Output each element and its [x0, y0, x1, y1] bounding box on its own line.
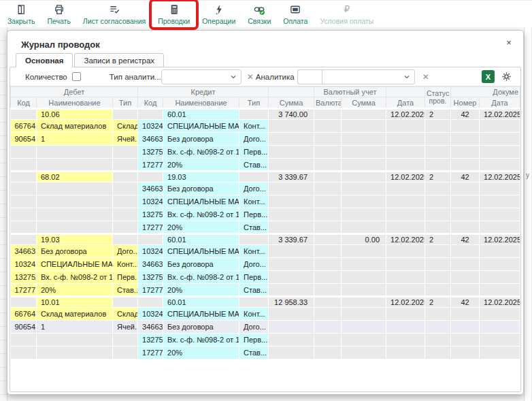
debit-code-cell[interactable]	[11, 234, 37, 245]
export-excel-button[interactable]: X	[482, 70, 495, 83]
payment-button[interactable]: Оплата	[277, 1, 314, 27]
amount-cell[interactable]: 12 958.33	[269, 297, 314, 308]
debit-name-cell[interactable]: Без договора	[37, 245, 113, 258]
credit-code-cell[interactable]	[138, 172, 163, 182]
credit-code-cell[interactable]: 103241	[138, 120, 163, 133]
amount-cell[interactable]	[269, 159, 314, 172]
currency-amount-cell[interactable]	[342, 208, 386, 221]
print-button[interactable]: Печать	[41, 1, 76, 27]
credit-type-cell[interactable]: Став...	[239, 347, 269, 359]
analytics-type-select[interactable]	[161, 69, 242, 84]
currency-amount-cell[interactable]	[342, 347, 386, 359]
currency-group-header[interactable]: Валютный учет	[314, 87, 386, 97]
debit-account-cell[interactable]: 10.06	[37, 109, 113, 120]
doc-number-cell[interactable]	[451, 334, 480, 347]
debit-type-header[interactable]: Тип	[113, 97, 138, 109]
credit-name-header[interactable]: Наименование	[163, 97, 239, 109]
currency-cell[interactable]	[314, 195, 342, 208]
credit-name-cell[interactable]: Без договора	[163, 182, 239, 195]
credit-type-cell[interactable]: Став...	[239, 284, 269, 297]
debit-name-cell[interactable]	[37, 159, 113, 172]
amount-cell[interactable]	[269, 271, 314, 284]
doc-number-cell[interactable]	[451, 258, 480, 271]
posting-analytics-row[interactable]: 1727720%Став...1727720%Став...	[11, 284, 520, 297]
debit-type-cell[interactable]	[113, 172, 138, 182]
currency-cell[interactable]	[314, 347, 342, 359]
debit-code-cell[interactable]	[11, 195, 37, 208]
credit-type-cell[interactable]	[239, 234, 269, 245]
doc-date-cell[interactable]	[480, 321, 520, 334]
currency-amount-cell[interactable]	[342, 334, 386, 347]
currency-cell[interactable]	[314, 182, 342, 195]
status-cell[interactable]	[425, 208, 451, 221]
credit-name-cell[interactable]: СПЕЦИАЛЬНЫЕ МАТ...	[163, 195, 239, 208]
currency-amount-cell[interactable]	[342, 297, 386, 308]
credit-type-cell[interactable]: Конт...	[239, 308, 269, 321]
doc-number-cell[interactable]	[451, 221, 480, 234]
analytics-select[interactable]	[322, 69, 415, 84]
credit-code-cell[interactable]: 17277	[138, 347, 163, 359]
doc-date-cell[interactable]: 12.02.2025	[480, 172, 520, 182]
debit-name-cell[interactable]: 1	[37, 321, 113, 334]
doc-date-cell[interactable]	[480, 120, 520, 133]
debit-name-cell[interactable]: Вх. с-ф. №098-2 от 12...	[37, 271, 113, 284]
status-cell[interactable]	[425, 133, 451, 146]
status-cell[interactable]: 2	[425, 234, 451, 245]
credit-type-cell[interactable]: Став...	[239, 159, 269, 172]
quantity-checkbox[interactable]	[72, 72, 81, 81]
amount-cell[interactable]	[269, 120, 314, 133]
date-cell[interactable]	[386, 284, 425, 297]
amount-cell[interactable]	[269, 258, 314, 271]
status-cell[interactable]: 2	[425, 172, 451, 182]
date-cell[interactable]	[386, 208, 425, 221]
debit-name-cell[interactable]	[37, 334, 113, 347]
debit-name-cell[interactable]	[37, 208, 113, 221]
credit-type-cell[interactable]	[239, 109, 269, 120]
currency-amount-cell[interactable]	[342, 120, 386, 133]
doc-date-cell[interactable]: 12.02.2025	[480, 109, 520, 120]
currency-cell[interactable]	[314, 334, 342, 347]
currency-amount-cell[interactable]	[342, 308, 386, 321]
status-cell[interactable]	[425, 284, 451, 297]
status-cell[interactable]	[425, 146, 451, 159]
credit-account-cell[interactable]: 60.01	[163, 109, 239, 120]
debit-code-cell[interactable]	[11, 109, 37, 120]
debit-name-cell[interactable]: СПЕЦИАЛЬНЫЕ МАТ...	[37, 258, 113, 271]
credit-type-cell[interactable]: Конт...	[239, 120, 269, 133]
date-cell[interactable]: 12.02.2025	[386, 172, 425, 182]
debit-type-cell[interactable]: Склад	[113, 308, 138, 321]
gear-icon[interactable]	[501, 71, 512, 82]
posting-analytics-row[interactable]: 132752Вх. с-ф. №098-2 от 12...Перв...	[11, 208, 520, 221]
status-cell[interactable]	[425, 221, 451, 234]
currency-amount-cell[interactable]	[342, 258, 386, 271]
debit-code-cell[interactable]: 90654	[11, 133, 37, 146]
date-header[interactable]: Дата	[386, 97, 425, 109]
credit-type-cell[interactable]: Дого...	[239, 258, 269, 271]
amount-cell[interactable]	[269, 308, 314, 321]
doc-date-cell[interactable]	[480, 182, 520, 195]
debit-code-cell[interactable]: 66764	[11, 308, 37, 321]
amount-cell[interactable]	[269, 182, 314, 195]
credit-code-cell[interactable]: 17277	[138, 284, 163, 297]
date-cell[interactable]	[386, 120, 425, 133]
tab-main[interactable]: Основная	[16, 53, 73, 67]
doc-date-cell[interactable]	[480, 271, 520, 284]
credit-type-cell[interactable]: Перв...	[239, 271, 269, 284]
doc-number-header[interactable]: Номер	[451, 97, 480, 109]
clear-analytics-type-icon[interactable]: ✕	[245, 72, 256, 82]
operations-button[interactable]: Операции	[196, 1, 242, 27]
currency-cell[interactable]	[314, 221, 342, 234]
currency-amount-cell[interactable]	[342, 182, 386, 195]
credit-code-cell[interactable]: 17277	[138, 221, 163, 234]
close-document-button[interactable]: Закрыть	[1, 1, 41, 27]
debit-name-cell[interactable]	[37, 195, 113, 208]
posting-group-header-row[interactable]: 10.0660.013 740.0012.02.202524212.02.202…	[11, 109, 520, 120]
debit-code-cell[interactable]	[11, 172, 37, 182]
postings-button[interactable]: Проводки	[152, 1, 196, 27]
credit-code-header[interactable]: Код	[138, 97, 163, 109]
debit-code-cell[interactable]	[11, 159, 37, 172]
amount-cell[interactable]	[269, 347, 314, 359]
status-cell[interactable]	[425, 120, 451, 133]
currency-amount-cell[interactable]	[342, 146, 386, 159]
amount-cell[interactable]	[269, 284, 314, 297]
